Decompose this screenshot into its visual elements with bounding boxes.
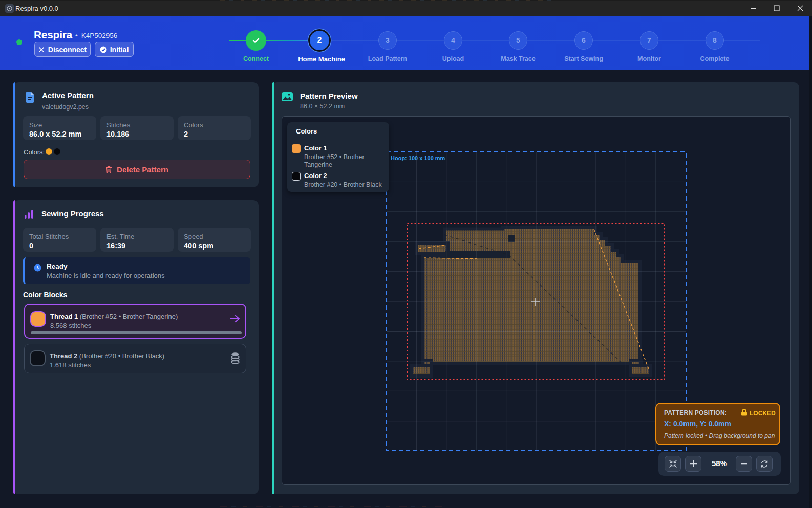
svg-text:Hoop: 100 x 100 mm: Hoop: 100 x 100 mm — [391, 155, 445, 161]
